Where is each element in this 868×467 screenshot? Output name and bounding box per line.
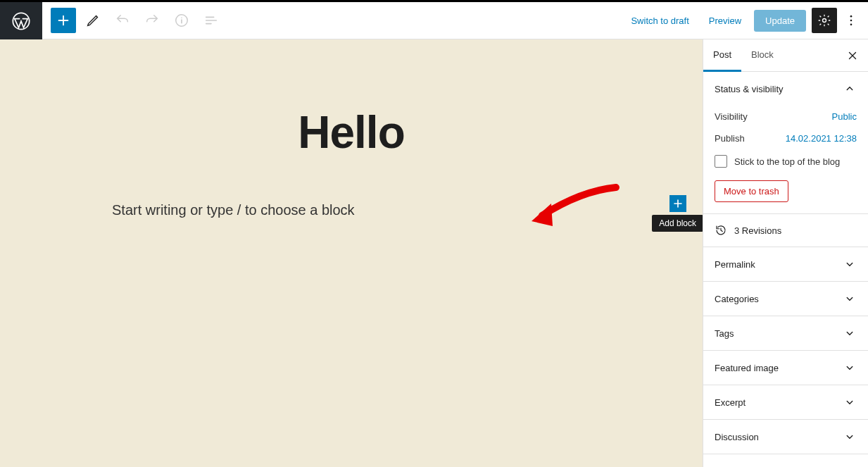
close-sidebar-button[interactable] xyxy=(841,44,864,67)
chevron-down-icon xyxy=(843,361,857,375)
panel-title: Categories xyxy=(715,294,759,304)
block-placeholder[interactable]: Start writing or type / to choose a bloc… xyxy=(112,202,591,218)
tab-block[interactable]: Block xyxy=(741,39,784,72)
redo-icon xyxy=(144,13,160,28)
panel-discussion[interactable]: Discussion xyxy=(703,420,868,454)
publish-value[interactable]: 14.02.2021 12:38 xyxy=(786,133,857,144)
panel-title: Discussion xyxy=(715,432,759,442)
move-to-trash-button[interactable]: Move to trash xyxy=(715,180,788,202)
settings-sidebar: Post Block Status & visibility Visibilit… xyxy=(703,39,868,467)
panel-tags[interactable]: Tags xyxy=(703,316,868,350)
outline-button[interactable] xyxy=(199,8,224,33)
chevron-down-icon xyxy=(843,464,857,467)
panel-categories[interactable]: Categories xyxy=(703,282,868,316)
switch-to-draft-button[interactable]: Switch to draft xyxy=(624,11,696,30)
chevron-down-icon xyxy=(843,395,857,409)
dots-vertical-icon xyxy=(844,13,858,27)
undo-icon xyxy=(115,13,130,28)
tools-button[interactable] xyxy=(80,8,106,33)
undo-button[interactable] xyxy=(110,8,135,33)
stick-label: Stick to the top of the blog xyxy=(734,156,840,167)
revisions-text: 3 Revisions xyxy=(734,225,781,236)
tab-post[interactable]: Post xyxy=(703,39,741,72)
publish-label: Publish xyxy=(715,133,745,144)
chevron-up-icon xyxy=(843,82,857,96)
panel-title: Tags xyxy=(715,328,734,339)
wordpress-logo[interactable] xyxy=(0,2,42,39)
update-button[interactable]: Update xyxy=(754,10,806,32)
close-icon xyxy=(846,49,859,62)
gear-icon xyxy=(817,13,831,27)
svg-point-2 xyxy=(823,19,826,23)
add-block-inline-button[interactable] xyxy=(669,195,686,212)
info-button[interactable] xyxy=(169,8,194,33)
panel-excerpt[interactable]: Excerpt xyxy=(703,385,868,419)
add-block-tooltip: Add block xyxy=(652,215,703,232)
chevron-down-icon xyxy=(843,430,857,444)
panel-title: Excerpt xyxy=(715,397,746,408)
pencil-icon xyxy=(85,13,101,28)
redo-button[interactable] xyxy=(139,8,165,33)
chevron-down-icon xyxy=(843,326,857,340)
settings-toggle-button[interactable] xyxy=(812,8,837,33)
panel-title: Featured image xyxy=(715,363,779,373)
visibility-value[interactable]: Public xyxy=(832,111,857,122)
panel-title: Status & visibility xyxy=(715,84,784,94)
svg-point-4 xyxy=(850,20,853,22)
panel-featured-image[interactable]: Featured image xyxy=(703,351,868,385)
history-icon xyxy=(715,224,727,237)
plus-icon xyxy=(56,13,71,28)
visibility-label: Visibility xyxy=(715,111,748,122)
chevron-down-icon xyxy=(843,292,857,306)
svg-point-5 xyxy=(850,24,853,26)
editor-canvas[interactable]: Hello Start writing or type / to choose … xyxy=(0,39,703,467)
panel-permalink[interactable]: Permalink xyxy=(703,247,868,281)
list-view-icon xyxy=(203,13,219,28)
panel-post-attributes[interactable]: Post Attributes xyxy=(703,454,868,467)
revisions-link[interactable]: 3 Revisions xyxy=(703,214,868,247)
add-block-toolbar-button[interactable] xyxy=(51,8,76,33)
panel-title: Permalink xyxy=(715,259,755,270)
post-title[interactable]: Hello xyxy=(112,106,591,158)
preview-button[interactable]: Preview xyxy=(702,11,748,30)
svg-point-3 xyxy=(850,15,853,18)
plus-icon xyxy=(671,197,685,211)
panel-status-visibility[interactable]: Status & visibility xyxy=(703,72,868,106)
editor-toolbar: Switch to draft Preview Update xyxy=(42,2,868,39)
wordpress-icon xyxy=(11,11,31,31)
more-options-button[interactable] xyxy=(843,8,860,33)
info-icon xyxy=(174,13,189,28)
stick-checkbox[interactable] xyxy=(715,155,727,168)
chevron-down-icon xyxy=(843,257,857,271)
